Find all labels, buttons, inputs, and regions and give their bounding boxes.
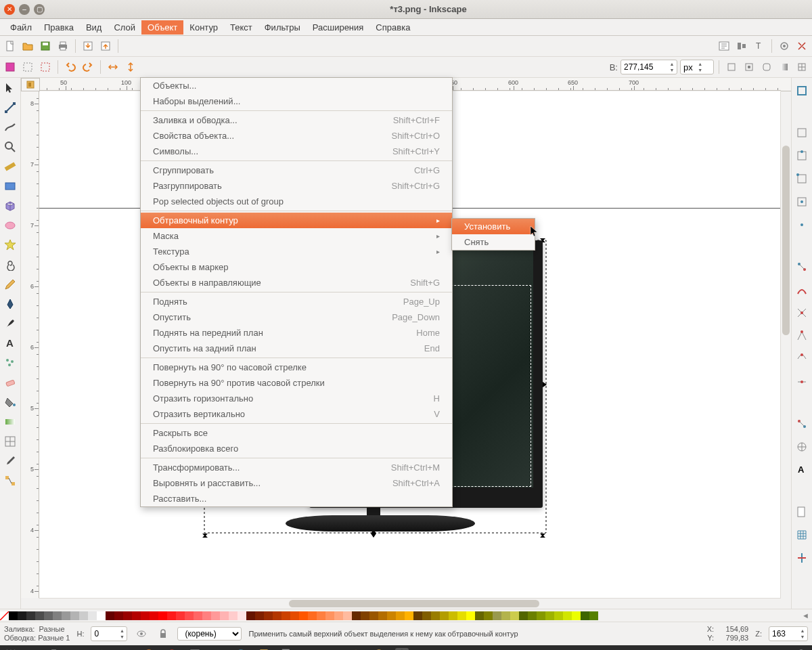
doc-preferences-button[interactable] [794,39,809,53]
snap-rotation-center[interactable] [794,438,810,456]
text-dialog-button[interactable]: T [752,39,767,53]
color-swatch[interactable] [545,611,554,620]
xml-editor-button[interactable] [717,39,731,53]
color-swatch[interactable] [431,611,440,620]
spray-tool[interactable] [2,354,18,372]
color-swatch[interactable] [158,611,167,620]
color-swatch[interactable] [334,611,343,620]
color-swatch[interactable] [413,611,422,620]
taskbar-files[interactable] [50,648,64,651]
color-swatch[interactable] [396,611,405,620]
snap-bbox[interactable] [794,124,810,142]
color-swatch[interactable] [238,611,246,620]
menu-layer[interactable]: Слой [108,20,141,35]
taskbar-notes[interactable] [257,648,271,651]
menu-edit[interactable]: Правка [38,20,80,35]
color-swatch[interactable] [185,611,194,620]
palette-menu-button[interactable]: ◄ [799,611,812,620]
menu-item-опустить[interactable]: ОпуститьPage_Down [141,309,452,325]
taskbar-gpick[interactable] [372,648,386,651]
window-minimize-button[interactable]: – [19,4,30,15]
color-swatch[interactable] [528,611,537,620]
bucket-tool[interactable] [2,393,18,411]
eraser-tool[interactable] [2,374,18,391]
color-swatch[interactable] [123,611,132,620]
color-swatch[interactable] [361,611,369,620]
new-doc-button[interactable] [3,39,18,53]
taskbar-desktop[interactable] [27,648,41,651]
undo-button[interactable] [63,60,78,74]
color-swatch[interactable] [325,611,334,620]
taskbar-opera[interactable] [165,648,179,651]
opacity-input[interactable] [91,629,117,638]
export-button[interactable] [98,39,113,53]
menu-item-повернуть-на-90-против-часовой-стрелки[interactable]: Повернуть на 90° против часовой стрелки [141,375,452,391]
snap-text-baseline[interactable]: A [794,461,810,479]
no-color-swatch[interactable] [0,611,9,620]
color-swatch[interactable] [387,611,396,620]
star-tool[interactable] [2,236,18,254]
menu-item-расставить-[interactable]: Расставить... [141,491,452,506]
color-swatch[interactable] [493,611,501,620]
width-spinner[interactable]: ▲▼ [621,60,677,74]
color-swatch[interactable] [62,611,70,620]
color-swatch[interactable] [176,611,185,620]
color-swatch[interactable] [141,611,150,620]
taskbar-terminal[interactable]: >_ [119,648,133,651]
affect-gradient-button[interactable] [777,60,792,74]
width-input[interactable] [621,62,667,72]
zoom-spinner[interactable]: ▲▼ [769,626,808,641]
zoom-input[interactable] [769,629,798,638]
selector-tool[interactable] [2,79,18,97]
unit-select[interactable]: px▲▼ [680,60,714,74]
color-swatch[interactable] [44,611,53,620]
menu-help[interactable]: Справка [369,20,416,35]
menu-item-объекты-[interactable]: Объекты... [141,78,452,93]
menu-path[interactable]: Контур [183,20,224,35]
color-swatch[interactable] [150,611,158,620]
deselect-button[interactable] [38,60,53,74]
taskbar-help[interactable]: ? [234,648,248,651]
menu-extensions[interactable]: Расширения [307,20,370,35]
color-swatch[interactable] [26,611,35,620]
color-swatch[interactable] [18,611,26,620]
mesh-tool[interactable] [2,433,18,450]
gradient-tool[interactable] [2,413,18,431]
color-swatch[interactable] [519,611,528,620]
menu-item-раскрыть-все[interactable]: Раскрыть все [141,425,452,441]
taskbar-inkscape[interactable] [395,648,409,651]
color-swatch[interactable] [290,611,299,620]
affect-move-button[interactable] [724,60,739,74]
circle-tool[interactable] [2,217,18,234]
color-swatch[interactable] [35,611,44,620]
snap-line-midpoint[interactable] [794,373,810,391]
pen-tool[interactable] [2,295,18,313]
taskbar-calculator[interactable] [188,648,202,651]
dropper-tool[interactable] [2,452,18,470]
print-button[interactable] [55,39,70,53]
menu-item-текстура[interactable]: Текстура▸ [141,244,452,259]
menu-item-опустить-на-задний-план[interactable]: Опустить на задний планEnd [141,341,452,356]
snap-toggle[interactable] [794,82,810,100]
menu-item-объекты-в-направляющие[interactable]: Объекты в направляющиеShift+G [141,275,452,290]
redo-button[interactable] [81,60,95,74]
taskbar-transmission[interactable] [326,648,340,651]
color-swatch[interactable] [457,611,466,620]
align-dialog-button[interactable] [734,39,749,53]
color-swatch[interactable] [281,611,290,620]
menu-item-обтравочный-контур[interactable]: Обтравочный контур▸ [141,213,452,228]
zoom-tool[interactable] [2,138,18,156]
color-swatch[interactable] [466,611,475,620]
color-swatch[interactable] [132,611,141,620]
color-swatch[interactable] [554,611,563,620]
taskbar-chess[interactable] [303,648,317,651]
tweak-tool[interactable] [2,118,18,136]
window-maximize-button[interactable]: ▢ [34,4,45,15]
menu-item-отразить-горизонтально[interactable]: Отразить горизонтальноH [141,391,452,406]
ruler-vertical[interactable]: 8776655443 [21,91,39,598]
color-swatch[interactable] [422,611,431,620]
snap-cusp[interactable] [794,327,810,345]
measure-tool[interactable] [2,158,18,175]
app-menu-button[interactable] [4,648,18,651]
snap-smooth[interactable] [794,350,810,368]
